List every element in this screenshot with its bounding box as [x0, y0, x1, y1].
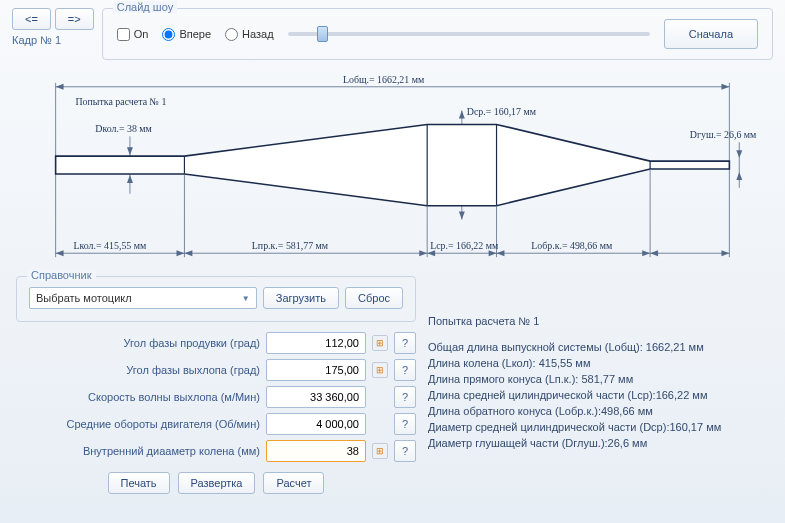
- svg-text:Lср.= 166,22 мм: Lср.= 166,22 мм: [430, 240, 499, 251]
- help-button[interactable]: ?: [394, 413, 416, 435]
- help-button[interactable]: ?: [394, 332, 416, 354]
- exhaust-diagram: Lобщ.= 1662,21 мм Попытка расчета № 1 Dс…: [16, 70, 769, 270]
- unfold-button[interactable]: Развертка: [178, 472, 256, 494]
- param-label: Внутренний диааметр колена (мм): [16, 445, 260, 457]
- result-line: Длина прямого конуса (Lп.к.): 581,77 мм: [428, 372, 769, 388]
- svg-marker-16: [736, 150, 742, 158]
- param-row: Средние обороты двигателя (Об/мин)⊞?: [16, 413, 416, 435]
- svg-text:Попытка расчета № 1: Попытка расчета № 1: [75, 96, 166, 107]
- reference-panel: Справочник Выбрать мотоцикл ▼ Загрузить …: [16, 276, 416, 322]
- svg-marker-38: [721, 250, 729, 256]
- result-line: Диаметр глушащей части (Dглуш.):26,6 мм: [428, 436, 769, 452]
- svg-text:Lкол.= 415,55 мм: Lкол.= 415,55 мм: [73, 240, 147, 251]
- result-line: Длина обратного конуса (Lобр.к.):498,66 …: [428, 404, 769, 420]
- svg-marker-31: [184, 250, 192, 256]
- result-line: Длина колена (Lкол): 415,55 мм: [428, 356, 769, 372]
- calculate-button[interactable]: Расчет: [263, 472, 324, 494]
- svg-marker-12: [127, 147, 133, 155]
- param-row: Внутренний диааметр колена (мм)⊞?: [16, 440, 416, 462]
- param-label: Угол фазы продувки (град): [16, 337, 260, 349]
- param-label: Средние обороты двигателя (Об/мин): [16, 418, 260, 430]
- param-label: Скорость волны выхлопа (м/Мин): [16, 391, 260, 403]
- results-title: Попытка расчета № 1: [428, 314, 769, 330]
- calculator-icon[interactable]: ⊞: [372, 362, 388, 378]
- forward-radio-input[interactable]: [162, 28, 175, 41]
- param-row: Угол фазы выхлопа (град)⊞?: [16, 359, 416, 381]
- slideshow-panel: Слайд шоу On Впере Назад Сначала: [102, 8, 773, 60]
- svg-marker-13: [127, 175, 133, 183]
- svg-text:Dгуш.= 26,6 мм: Dгуш.= 26,6 мм: [690, 129, 757, 140]
- reference-title: Справочник: [27, 269, 96, 281]
- svg-marker-29: [56, 250, 64, 256]
- svg-marker-30: [177, 250, 185, 256]
- calculator-icon[interactable]: ⊞: [372, 335, 388, 351]
- svg-text:Dср.= 160,17 мм: Dср.= 160,17 мм: [467, 106, 537, 117]
- param-input-2[interactable]: [266, 386, 366, 408]
- slideshow-speed-slider[interactable]: [288, 32, 650, 36]
- slideshow-title: Слайд шоу: [113, 1, 177, 13]
- param-input-0[interactable]: [266, 332, 366, 354]
- param-label: Угол фазы выхлопа (град): [16, 364, 260, 376]
- motorcycle-select[interactable]: Выбрать мотоцикл ▼: [29, 287, 257, 309]
- load-button[interactable]: Загрузить: [263, 287, 339, 309]
- svg-marker-37: [650, 250, 658, 256]
- svg-marker-19: [56, 124, 730, 205]
- slideshow-back-radio[interactable]: Назад: [225, 28, 274, 41]
- param-input-3[interactable]: [266, 413, 366, 435]
- svg-text:Lобщ.= 1662,21 мм: Lобщ.= 1662,21 мм: [343, 74, 425, 85]
- svg-marker-17: [736, 172, 742, 180]
- slider-thumb[interactable]: [317, 26, 328, 42]
- help-button[interactable]: ?: [394, 359, 416, 381]
- param-input-1[interactable]: [266, 359, 366, 381]
- prev-frame-button[interactable]: <=: [12, 8, 51, 30]
- frame-number-label: Кадр № 1: [12, 34, 94, 46]
- result-line: Диаметр средней цилиндрической части (Dс…: [428, 420, 769, 436]
- svg-marker-4: [721, 84, 729, 90]
- svg-marker-8: [459, 111, 465, 119]
- next-frame-button[interactable]: =>: [55, 8, 94, 30]
- param-row: Угол фазы продувки (град)⊞?: [16, 332, 416, 354]
- back-radio-input[interactable]: [225, 28, 238, 41]
- slideshow-on-input[interactable]: [117, 28, 130, 41]
- results-text: Попытка расчета № 1 Общая длина выпускно…: [428, 276, 769, 494]
- svg-text:Lпр.к.= 581,77 мм: Lпр.к.= 581,77 мм: [252, 240, 329, 251]
- svg-marker-36: [642, 250, 650, 256]
- param-input-4[interactable]: [266, 440, 366, 462]
- svg-marker-9: [459, 212, 465, 220]
- calculator-icon[interactable]: ⊞: [372, 443, 388, 459]
- reset-button[interactable]: Сброс: [345, 287, 403, 309]
- param-row: Скорость волны выхлопа (м/Мин)⊞?: [16, 386, 416, 408]
- slideshow-forward-radio[interactable]: Впере: [162, 28, 211, 41]
- restart-button[interactable]: Сначала: [664, 19, 758, 49]
- help-button[interactable]: ?: [394, 386, 416, 408]
- print-button[interactable]: Печать: [108, 472, 170, 494]
- result-line: Длина средней цилиндрической части (Lср)…: [428, 388, 769, 404]
- result-line: Общая длина выпускной системы (Lобщ): 16…: [428, 340, 769, 356]
- chevron-down-icon: ▼: [242, 294, 250, 303]
- svg-text:Dкол.= 38 мм: Dкол.= 38 мм: [95, 123, 152, 134]
- help-button[interactable]: ?: [394, 440, 416, 462]
- svg-marker-32: [419, 250, 427, 256]
- svg-text:Lобр.к.= 498,66 мм: Lобр.к.= 498,66 мм: [531, 240, 613, 251]
- svg-marker-3: [56, 84, 64, 90]
- slideshow-on-checkbox[interactable]: On: [117, 28, 149, 41]
